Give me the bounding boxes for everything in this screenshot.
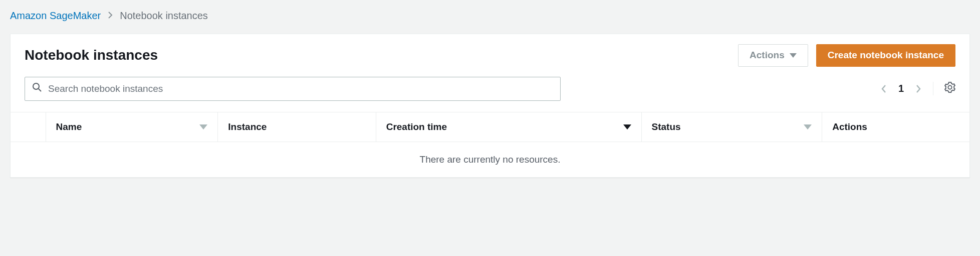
caret-down-icon bbox=[790, 53, 797, 58]
sort-icon bbox=[623, 124, 631, 130]
column-status[interactable]: Status bbox=[641, 112, 822, 142]
breadcrumb-current: Notebook instances bbox=[120, 10, 208, 22]
search-icon bbox=[32, 82, 42, 95]
actions-label: Actions bbox=[750, 50, 785, 61]
prev-page-button[interactable] bbox=[880, 84, 887, 94]
svg-point-0 bbox=[33, 83, 39, 89]
notebook-instances-panel: Notebook instances Actions Create notebo… bbox=[10, 34, 970, 178]
empty-message: There are currently no resources. bbox=[11, 142, 969, 177]
column-creation-time[interactable]: Creation time bbox=[376, 112, 641, 142]
empty-state-row: There are currently no resources. bbox=[11, 142, 969, 177]
breadcrumb: Amazon SageMaker Notebook instances bbox=[10, 10, 970, 22]
panel-header: Notebook instances Actions Create notebo… bbox=[11, 34, 969, 71]
search-input[interactable] bbox=[48, 83, 553, 94]
create-notebook-instance-button[interactable]: Create notebook instance bbox=[816, 44, 955, 67]
search-row: 1 bbox=[11, 71, 969, 112]
page-title: Notebook instances bbox=[25, 47, 738, 63]
actions-dropdown-button[interactable]: Actions bbox=[738, 44, 808, 67]
column-instance-label: Instance bbox=[228, 121, 267, 133]
page-number: 1 bbox=[898, 83, 904, 94]
next-page-button[interactable] bbox=[915, 84, 922, 94]
breadcrumb-root-link[interactable]: Amazon SageMaker bbox=[10, 10, 101, 22]
column-creation-time-label: Creation time bbox=[386, 121, 447, 133]
pagination: 1 bbox=[880, 82, 955, 95]
chevron-right-icon bbox=[108, 12, 113, 21]
instances-table: Name Instance Creation time bbox=[11, 112, 969, 177]
column-actions: Actions bbox=[822, 112, 969, 142]
column-instance[interactable]: Instance bbox=[218, 112, 376, 142]
search-box[interactable] bbox=[25, 77, 561, 101]
column-name[interactable]: Name bbox=[46, 112, 218, 142]
column-actions-label: Actions bbox=[832, 121, 867, 133]
column-select bbox=[11, 112, 46, 142]
svg-line-1 bbox=[39, 89, 41, 91]
sort-icon bbox=[199, 124, 207, 130]
column-status-label: Status bbox=[652, 121, 681, 133]
gear-icon bbox=[944, 82, 955, 95]
column-name-label: Name bbox=[56, 121, 82, 133]
settings-button[interactable] bbox=[933, 82, 955, 95]
sort-icon bbox=[804, 124, 812, 130]
